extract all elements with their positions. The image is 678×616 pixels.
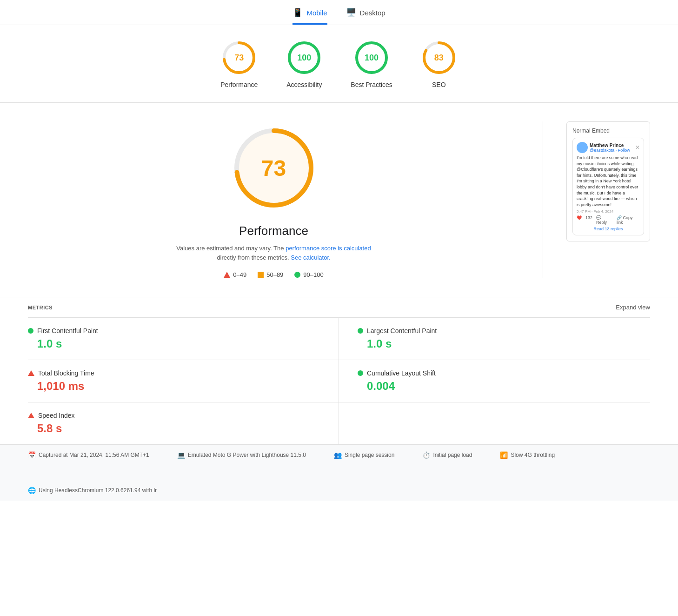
- score-value-performance: 73: [234, 53, 244, 63]
- metric-indicator-lcp: [358, 328, 363, 334]
- metric-name-si: Speed Index: [38, 412, 75, 419]
- metric-header-tbt: Total Blocking Time: [28, 369, 320, 377]
- metric-value-lcp: 1.0 s: [367, 337, 650, 350]
- mobile-icon: 📱: [292, 7, 303, 18]
- panel-divider: [543, 121, 543, 278]
- score-label-seo: SEO: [432, 81, 446, 88]
- legend-circle-icon: [294, 272, 300, 278]
- legend: 0–49 50–89 90–100: [224, 271, 323, 278]
- embed-tweet: Matthew Prince @eastdakota · Follow ✕ I'…: [572, 138, 644, 235]
- legend-triangle-icon: [224, 272, 230, 278]
- gauge-accessibility: 100: [286, 39, 323, 76]
- tweet-user-info: Matthew Prince @eastdakota · Follow: [590, 143, 630, 153]
- legend-range-good: 90–100: [303, 271, 323, 278]
- metrics-section: METRICS Expand view First Contentful Pai…: [0, 297, 678, 444]
- performance-desc-text: Values are estimated and may vary. The: [176, 245, 284, 252]
- footer-item-device: 💻 Emulated Moto G Power with Lighthouse …: [177, 451, 306, 459]
- main-content: 73 Performance Values are estimated and …: [0, 103, 678, 297]
- performance-link-text: performance score is calculated: [286, 245, 371, 252]
- performance-score-link[interactable]: performance score is calculated: [286, 245, 371, 252]
- footer-load-text: Initial page load: [433, 452, 472, 458]
- metric-name-lcp: Largest Contentful Paint: [367, 327, 437, 335]
- metric-name-tbt: Total Blocking Time: [38, 369, 94, 377]
- tab-bar: 📱 Mobile 🖥️ Desktop: [0, 0, 678, 25]
- globe-icon: 🌐: [28, 487, 36, 494]
- tweet-copy-button[interactable]: 🔗 Copy link: [617, 215, 640, 225]
- footer-session-text: Single page session: [345, 452, 394, 458]
- gauge-best-practices: 100: [353, 39, 390, 76]
- tweet-header: Matthew Prince @eastdakota · Follow ✕: [577, 142, 640, 153]
- metric-indicator-fcp: [28, 328, 33, 334]
- footer-throttling-text: Slow 4G throttling: [511, 452, 555, 458]
- score-value-accessibility: 100: [297, 53, 311, 63]
- calendar-icon: 📅: [28, 451, 36, 459]
- left-panel: 73 Performance Values are estimated and …: [28, 121, 519, 278]
- score-value-seo: 83: [434, 53, 444, 63]
- footer-item-throttling: 📶 Slow 4G throttling: [500, 451, 555, 459]
- tweet-reply-button[interactable]: 💬 Reply: [596, 215, 613, 225]
- tweet-like-icon: ❤️: [577, 215, 582, 225]
- score-card-accessibility[interactable]: 100 Accessibility: [286, 39, 323, 88]
- score-label-best-practices: Best Practices: [351, 81, 392, 88]
- users-icon: 👥: [334, 451, 342, 459]
- footer-item-load: ⏱️ Initial page load: [422, 451, 472, 459]
- metrics-label: METRICS: [28, 305, 53, 310]
- metric-value-cls: 0.004: [367, 380, 650, 393]
- performance-desc-continued: directly from these metrics.: [217, 254, 289, 261]
- metric-header-cls: Cumulative Layout Shift: [358, 369, 650, 377]
- tab-desktop-label: Desktop: [360, 9, 386, 17]
- calculator-link-text: See calculator.: [291, 254, 330, 261]
- tweet-time: 5:47 PM · Feb 4, 2024: [577, 209, 640, 214]
- metrics-grid-empty: [339, 402, 650, 444]
- metrics-grid: First Contentful Paint 1.0 s Largest Con…: [28, 317, 650, 444]
- metric-value-tbt: 1,010 ms: [37, 380, 320, 393]
- metric-header-si: Speed Index: [28, 412, 320, 419]
- tweet-actions: ❤️ 132 💬 Reply 🔗 Copy link: [577, 215, 640, 225]
- performance-description: Values are estimated and may vary. The p…: [176, 244, 371, 262]
- laptop-icon: 💻: [177, 451, 185, 459]
- timer-icon: ⏱️: [422, 451, 430, 459]
- score-label-performance: Performance: [220, 81, 258, 88]
- metric-indicator-cls: [358, 370, 363, 376]
- tab-mobile-label: Mobile: [306, 9, 327, 17]
- metric-indicator-tbt: [28, 370, 34, 376]
- desktop-icon: 🖥️: [346, 7, 356, 18]
- gauge-seo: 83: [420, 39, 458, 76]
- legend-range-avg: 50–89: [266, 271, 283, 278]
- footer: 📅 Captured at Mar 21, 2024, 11:56 AM GMT…: [0, 444, 678, 501]
- tweet-user: Matthew Prince @eastdakota · Follow: [577, 142, 630, 153]
- footer-captured-text: Captured at Mar 21, 2024, 11:56 AM GMT+1: [39, 452, 149, 458]
- tweet-avatar: [577, 142, 588, 153]
- score-card-seo[interactable]: 83 SEO: [420, 39, 458, 88]
- tweet-close-button[interactable]: ✕: [635, 144, 640, 151]
- metric-item-si: Speed Index 5.8 s: [28, 402, 339, 444]
- score-label-accessibility: Accessibility: [286, 81, 322, 88]
- score-value-best-practices: 100: [365, 53, 379, 63]
- metric-name-fcp: First Contentful Paint: [37, 327, 98, 335]
- metric-value-si: 5.8 s: [37, 422, 320, 435]
- footer-item-browser: 🌐 Using HeadlessChromium 122.0.6261.94 w…: [28, 487, 157, 494]
- tweet-read-replies[interactable]: Read 13 replies: [577, 227, 640, 231]
- footer-item-session: 👥 Single page session: [334, 451, 394, 459]
- metric-header-fcp: First Contentful Paint: [28, 327, 320, 335]
- legend-item-bad: 0–49: [224, 271, 246, 278]
- embed-card: Normal Embed Matthew Prince @eastdakota …: [566, 121, 650, 241]
- tab-desktop[interactable]: 🖥️ Desktop: [346, 7, 386, 25]
- legend-item-good: 90–100: [294, 271, 323, 278]
- legend-item-avg: 50–89: [258, 271, 283, 278]
- metric-item-tbt: Total Blocking Time 1,010 ms: [28, 360, 339, 402]
- metric-value-fcp: 1.0 s: [37, 337, 320, 350]
- score-card-best-practices[interactable]: 100 Best Practices: [351, 39, 392, 88]
- legend-square-icon: [258, 272, 264, 278]
- expand-view-button[interactable]: Expand view: [616, 304, 650, 311]
- main-score-title: Performance: [239, 224, 308, 238]
- tab-mobile[interactable]: 📱 Mobile: [292, 7, 327, 25]
- calculator-link[interactable]: See calculator.: [291, 254, 330, 261]
- big-gauge-container: 73: [227, 121, 320, 214]
- gauge-performance: 73: [220, 39, 258, 76]
- score-card-performance[interactable]: 73 Performance: [220, 39, 258, 88]
- signal-icon: 📶: [500, 451, 508, 459]
- tweet-like-count: 132: [585, 215, 592, 225]
- tweet-replies-link[interactable]: Read 13 replies: [593, 227, 623, 231]
- metric-item-cls: Cumulative Layout Shift 0.004: [339, 360, 650, 402]
